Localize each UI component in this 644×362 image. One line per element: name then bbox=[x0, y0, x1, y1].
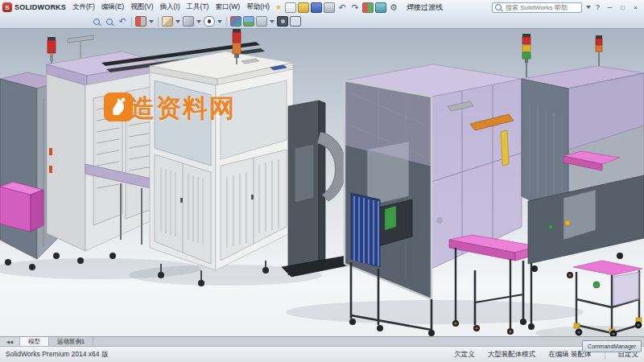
file-properties-icon[interactable] bbox=[375, 2, 386, 13]
tab-model[interactable]: 模型 bbox=[20, 337, 49, 346]
cart-right-bottom[interactable] bbox=[573, 261, 642, 336]
print-icon[interactable] bbox=[324, 2, 335, 13]
status-bar: SolidWorks Premium 2014 x64 版 欠定义 大型装配体模… bbox=[0, 346, 644, 362]
machine-left[interactable] bbox=[47, 35, 163, 264]
menu-edit[interactable]: 编辑(E) bbox=[98, 2, 127, 12]
constraint-state-label: 欠定义 bbox=[454, 350, 475, 360]
rebuild-icon[interactable] bbox=[362, 2, 374, 13]
command-manager-caption[interactable]: CommandManager bbox=[582, 340, 642, 352]
camera-views-icon[interactable] bbox=[277, 16, 288, 27]
toolbar-separator bbox=[131, 17, 132, 27]
graphics-viewport[interactable]: 智造资料网 bbox=[0, 29, 644, 336]
previous-view-icon[interactable]: ↶ bbox=[117, 16, 128, 27]
pin-menu-star-icon[interactable]: ★ bbox=[273, 3, 284, 11]
menu-insert[interactable]: 插入(I) bbox=[157, 2, 184, 12]
view-settings-icon[interactable] bbox=[256, 16, 267, 27]
document-title: 焊接过渡线 bbox=[407, 2, 443, 13]
hide-show-items-icon[interactable] bbox=[204, 16, 215, 27]
menu-bar: S SOLIDWORKS 文件(F) 编辑(E) 视图(V) 插入(I) 工具(… bbox=[0, 0, 644, 14]
menu-tools[interactable]: 工具(T) bbox=[184, 2, 213, 12]
zoom-to-fit-icon[interactable] bbox=[91, 16, 102, 27]
menu-view[interactable]: 视图(V) bbox=[127, 2, 156, 12]
save-icon[interactable] bbox=[311, 2, 322, 13]
section-view-icon[interactable] bbox=[135, 16, 147, 27]
redo-icon[interactable]: ↷ bbox=[349, 2, 361, 13]
tab-scroll-buttons[interactable]: ◀◀ bbox=[0, 337, 20, 346]
minimize-button[interactable]: ─ bbox=[604, 2, 616, 12]
help-button[interactable]: ? bbox=[592, 2, 603, 12]
solidworks-logo-icon: S bbox=[2, 2, 12, 12]
search-input[interactable] bbox=[504, 3, 579, 12]
dropdown-caret-icon[interactable] bbox=[217, 20, 222, 23]
magnifier-icon bbox=[93, 19, 100, 25]
machine-far-right[interactable] bbox=[522, 66, 644, 278]
heads-up-view-toolbar: ↶ bbox=[0, 14, 644, 28]
zoom-to-area-icon[interactable] bbox=[104, 16, 115, 27]
options-icon[interactable]: ⚙ bbox=[388, 2, 399, 13]
menu-window[interactable]: 窗口(W) bbox=[212, 2, 243, 12]
close-button[interactable]: × bbox=[630, 2, 642, 12]
search-options-caret-icon[interactable] bbox=[586, 6, 591, 9]
toolbar-separator bbox=[158, 17, 159, 27]
display-style-icon[interactable] bbox=[183, 16, 194, 27]
edit-appearance-icon[interactable] bbox=[230, 16, 242, 27]
tab-motion-study[interactable]: 运动算例1 bbox=[49, 337, 93, 346]
toolbar-separator bbox=[226, 17, 227, 27]
machine-center-enclosure[interactable] bbox=[150, 51, 293, 286]
application-header: S SOLIDWORKS 文件(F) 编辑(E) 视图(V) 插入(I) 工具(… bbox=[0, 0, 644, 29]
solidworks-logo: S SOLIDWORKS bbox=[2, 2, 66, 12]
undo-icon[interactable]: ↶ bbox=[336, 2, 348, 13]
search-icon bbox=[495, 4, 502, 10]
dropdown-caret-icon[interactable] bbox=[149, 20, 154, 23]
dropdown-caret-icon[interactable] bbox=[175, 20, 180, 23]
help-search-box[interactable] bbox=[492, 2, 582, 13]
dropdown-caret-icon[interactable] bbox=[270, 20, 275, 23]
assembly-model bbox=[0, 29, 644, 336]
menu-help[interactable]: 帮助(H) bbox=[243, 2, 273, 12]
new-document-icon[interactable] bbox=[285, 2, 296, 13]
apply-scene-icon[interactable] bbox=[243, 16, 254, 27]
assembly-mode-label: 大型装配体模式 bbox=[488, 350, 536, 360]
magnifier-icon bbox=[106, 19, 113, 25]
solidworks-logo-text: SOLIDWORKS bbox=[14, 3, 66, 11]
view-orientation-icon[interactable] bbox=[162, 16, 173, 27]
restore-button[interactable]: □ bbox=[617, 2, 629, 12]
dropdown-caret-icon[interactable] bbox=[196, 20, 201, 23]
menu-file[interactable]: 文件(F) bbox=[69, 2, 98, 12]
model-tab-bar: ◀◀ 模型 运动算例1 bbox=[0, 336, 644, 346]
full-screen-icon[interactable] bbox=[290, 16, 301, 27]
open-icon[interactable] bbox=[298, 2, 309, 13]
machine-right-center[interactable] bbox=[345, 64, 522, 336]
edition-label: SolidWorks Premium 2014 x64 版 bbox=[6, 350, 108, 360]
